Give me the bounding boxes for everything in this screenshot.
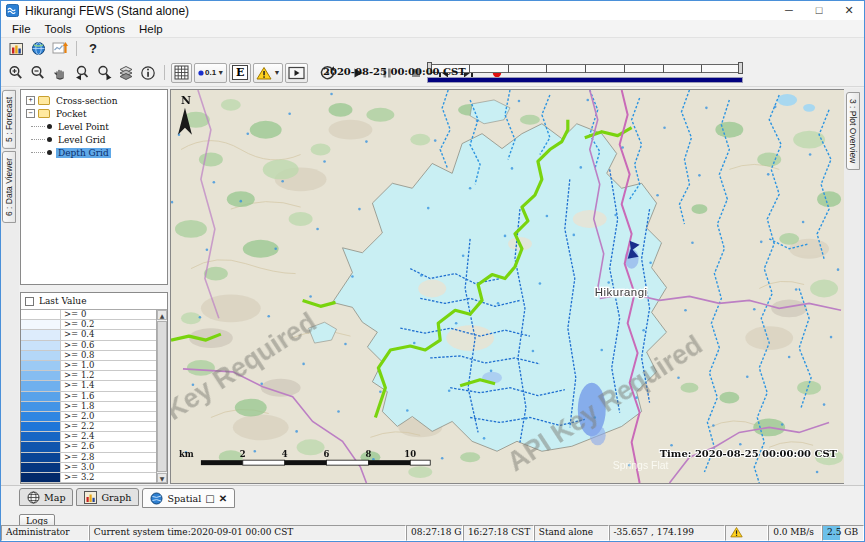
- animation-dialog-button[interactable]: [285, 63, 308, 83]
- legend-toggle-button[interactable]: E: [229, 63, 251, 83]
- scroll-up-icon[interactable]: ▲: [157, 310, 167, 320]
- chevron-down-icon: ▼: [273, 69, 280, 76]
- tab-forecast[interactable]: 5 : Forecast: [2, 90, 16, 149]
- map-display-button[interactable]: [28, 39, 48, 59]
- window-title: Hikurangi FEWS (Stand alone): [25, 4, 189, 18]
- legend-class-label: >= 1.4: [61, 381, 94, 390]
- legend-color-swatch: [21, 351, 61, 360]
- zoom-next-button[interactable]: [94, 63, 114, 83]
- bullet-icon: [47, 150, 52, 155]
- layers-button[interactable]: [116, 63, 136, 83]
- tab-plot-overview[interactable]: 3 : Plot Overview: [846, 92, 860, 170]
- legend-color-swatch: [21, 330, 61, 339]
- tab-map-label: Map: [44, 492, 65, 503]
- layers-icon: [118, 65, 134, 81]
- legend-class-label: >= 3.0: [61, 463, 94, 472]
- legend-class-label: >= 0: [61, 310, 86, 319]
- help-button[interactable]: ?: [83, 39, 103, 59]
- zoom-in-button[interactable]: [6, 63, 26, 83]
- tab-map[interactable]: Map: [19, 488, 73, 506]
- warning-icon: [730, 526, 743, 538]
- info-button[interactable]: [138, 63, 158, 83]
- undock-panel-icon[interactable]: □: [205, 493, 214, 504]
- timeline-slider[interactable]: [426, 59, 744, 87]
- legend-scrollbar[interactable]: ▲ ▼: [156, 310, 167, 483]
- zoom-previous-button[interactable]: [72, 63, 92, 83]
- pan-button[interactable]: [50, 63, 70, 83]
- legend-color-swatch: [21, 341, 61, 350]
- map-canvas[interactable]: API Key Required API Key Required N km 2…: [171, 90, 844, 483]
- main-toolbar: ?: [1, 38, 864, 59]
- folder-icon: [38, 96, 50, 105]
- timeseries-dialog-button[interactable]: [50, 39, 70, 59]
- legend-class-label: >= 2.8: [61, 453, 94, 462]
- legend-color-swatch: [21, 402, 61, 411]
- last-value-checkbox[interactable]: [25, 297, 34, 306]
- tab-spatial[interactable]: Spatial □ ✕: [142, 488, 235, 508]
- legend-class-label: >= 2.2: [61, 422, 94, 431]
- legend-class-label: >= 3.2: [61, 473, 94, 482]
- legend-class-label: >= 2.0: [61, 412, 94, 421]
- tree-item-cross-section[interactable]: +Cross-section: [21, 94, 167, 107]
- scrollbar-thumb[interactable]: [157, 321, 167, 472]
- scroll-down-icon[interactable]: ▼: [157, 473, 167, 483]
- legend-color-swatch: [21, 453, 61, 462]
- status-warning[interactable]: [725, 525, 768, 541]
- svg-text:2: 2: [240, 449, 246, 459]
- legend-class-label: >= 0.6: [61, 341, 94, 350]
- tab-graph[interactable]: Graph: [76, 488, 139, 506]
- grid-icon: [174, 65, 189, 80]
- legend-e-glyph: E: [232, 65, 248, 80]
- menu-bar: FileToolsOptionsHelp: [1, 20, 864, 38]
- minimize-button[interactable]: ─: [774, 1, 804, 20]
- legend-color-swatch: [21, 473, 61, 482]
- maximize-button[interactable]: □: [804, 1, 834, 20]
- bullet-icon: [47, 137, 52, 142]
- tree-item-level-point[interactable]: Level Point: [21, 120, 167, 133]
- memory-label: 2.5 GB: [827, 527, 858, 537]
- svg-text:6: 6: [324, 449, 330, 459]
- map-viewport[interactable]: API Key Required API Key Required N km 2…: [170, 89, 845, 484]
- menu-item-tools[interactable]: Tools: [38, 22, 79, 36]
- tree-item-level-grid[interactable]: Level Grid: [21, 133, 167, 146]
- class-break-threshold-button[interactable]: 0.1 ▼: [194, 63, 227, 83]
- right-dock-tabstrip: 3 : Plot Overview: [844, 88, 864, 485]
- thresholds-warning-button[interactable]: ▼: [253, 63, 283, 83]
- legend-class-label: >= 0.4: [61, 330, 94, 339]
- tree-item-depth-grid[interactable]: Depth Grid: [21, 146, 167, 159]
- menu-item-help[interactable]: Help: [132, 22, 170, 36]
- legend-color-swatch: [21, 371, 61, 380]
- status-local-time: 16:27:18 CST: [463, 525, 534, 541]
- toolbar-separator: [76, 41, 77, 56]
- database-viewer-button[interactable]: [6, 39, 26, 59]
- tree-item-pocket[interactable]: −Pocket: [21, 107, 167, 120]
- grid-display-button[interactable]: [171, 63, 192, 83]
- legend-header: Last Value: [21, 293, 167, 310]
- spatial-globe-icon: [150, 492, 163, 505]
- tab-data-viewer[interactable]: 6 : Data Viewer: [2, 151, 16, 223]
- close-button[interactable]: ✕: [834, 1, 864, 20]
- legend-class-label: >= 1.6: [61, 392, 94, 401]
- layer-tree-panel: +Cross-section−PocketLevel PointLevel Gr…: [20, 89, 168, 285]
- zoom-out-button[interactable]: [28, 63, 48, 83]
- status-bar: Administrator Current system time:2020-0…: [1, 525, 864, 541]
- status-network-rate: 0.0 MB/s: [768, 525, 822, 541]
- menu-item-file[interactable]: File: [5, 22, 38, 36]
- collapse-icon[interactable]: −: [26, 109, 35, 118]
- legend-class-label: >= 1.0: [61, 361, 94, 370]
- timeline-end-handle[interactable]: [738, 62, 743, 74]
- timeline-date: 2020-08-25 00:00:00 CST: [323, 66, 443, 77]
- legend-color-swatch: [21, 442, 61, 451]
- timeline-range-bar[interactable]: [427, 77, 743, 83]
- tree-item-label: Cross-section: [54, 96, 120, 106]
- app-window: Hikurangi FEWS (Stand alone) ─ □ ✕ FileT…: [0, 0, 865, 542]
- close-panel-icon[interactable]: ✕: [219, 493, 227, 504]
- svg-text:4: 4: [282, 449, 288, 459]
- menu-item-options[interactable]: Options: [78, 22, 132, 36]
- svg-text:10: 10: [404, 449, 416, 459]
- timeline-track[interactable]: [429, 64, 741, 73]
- legend-class-label: >= 2.4: [61, 432, 94, 441]
- expand-icon[interactable]: +: [26, 96, 35, 105]
- label-springs-flat: Springs Flat: [613, 460, 669, 471]
- toolbar-separator: [164, 65, 165, 80]
